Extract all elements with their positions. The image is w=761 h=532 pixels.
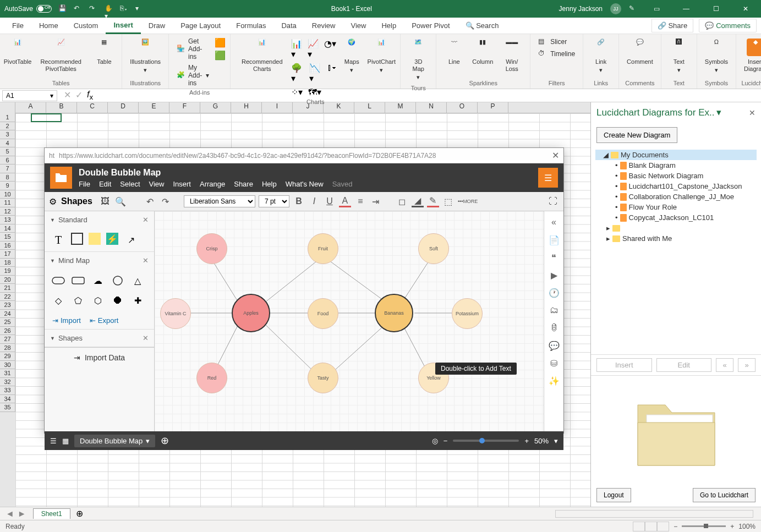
row-header[interactable]: 32 <box>0 378 15 387</box>
list-view-icon[interactable]: ☰ <box>50 437 57 445</box>
scatter-chart-icon[interactable]: ⁘▾ <box>291 87 303 97</box>
row-header[interactable]: 27 <box>0 335 15 344</box>
section-close-icon[interactable]: ✕ <box>143 216 149 224</box>
hierarchy-chart-icon[interactable]: 🌳▾ <box>291 63 304 84</box>
bubble-bananas[interactable]: Bananas <box>375 294 413 332</box>
triangle-shape-icon[interactable]: △ <box>130 273 145 288</box>
column-header[interactable]: E <box>139 102 169 113</box>
zoom-out-icon[interactable]: − <box>444 437 448 445</box>
lucid-menu-whatsnew[interactable]: What's New <box>286 180 324 188</box>
search-button[interactable]: 🔍 Search <box>458 18 507 33</box>
gear-icon[interactable]: ⚙ <box>49 196 57 207</box>
lucid-menu-select[interactable]: Select <box>120 180 140 188</box>
row-header[interactable]: 13 <box>0 216 15 224</box>
sparkline-winloss-button[interactable]: ▬▬Win/ Loss <box>498 36 525 75</box>
page-selector[interactable]: Double Bubble Map ▾ <box>74 435 155 447</box>
zoom-out-button[interactable]: − <box>674 523 677 530</box>
row-header[interactable]: 11 <box>0 199 15 207</box>
symbols-button[interactable]: ΩSymbols▾ <box>702 36 731 76</box>
row-header[interactable]: 35 <box>0 403 15 412</box>
database-icon[interactable]: ⛁ <box>548 357 561 370</box>
timeline-button[interactable]: ⏱Timeline <box>535 48 578 59</box>
row-header[interactable]: 26 <box>0 327 15 336</box>
row-header[interactable]: 18 <box>0 259 15 267</box>
section-mindmap-header[interactable]: ▼Mind Map✕ <box>45 252 154 269</box>
autosave-toggle[interactable]: AutoSave Off <box>4 5 52 13</box>
row-header[interactable]: 34 <box>0 395 15 404</box>
zoom-slider[interactable] <box>682 525 726 527</box>
bubble-soft[interactable]: Soft <box>418 233 449 264</box>
pill-shape-icon[interactable] <box>51 273 65 288</box>
row-header[interactable]: 4 <box>0 139 15 148</box>
diamond-shape-icon[interactable]: ◇ <box>51 293 65 308</box>
pentagon-shape-icon[interactable]: ⬠ <box>71 293 85 308</box>
section-standard-header[interactable]: ▼Standard✕ <box>45 211 154 228</box>
column-header[interactable]: F <box>169 102 200 113</box>
new-sheet-icon[interactable]: ⊕ <box>76 508 83 519</box>
namebox-chevron-icon[interactable]: ▾ <box>50 92 53 100</box>
grid-view-icon[interactable]: ▦ <box>62 437 69 445</box>
sparkline-column-button[interactable]: ▮▮Column <box>469 36 496 68</box>
tree-document-item[interactable]: •Copycat_JJackson_LC101 <box>595 212 757 223</box>
lucid-menu-arrange[interactable]: Arrange <box>200 180 225 188</box>
collapse-icon[interactable]: « <box>548 216 561 229</box>
line-color-icon[interactable]: ✎ <box>427 195 439 207</box>
column-header[interactable]: G <box>200 102 231 113</box>
cloud-shape-icon[interactable]: ☁ <box>91 273 105 288</box>
pivottable-button[interactable]: 📊PivotTable <box>4 36 31 68</box>
create-diagram-button[interactable]: Create New Diagram <box>596 127 677 143</box>
redo-icon[interactable]: ↷ <box>89 4 98 13</box>
recommended-pivottables-button[interactable]: 📈Recommended PivotTables <box>33 36 89 75</box>
tree-document-item[interactable]: •Collaboration Challenge_JJ_Moe <box>595 191 757 202</box>
pie-chart-icon[interactable]: ◔▾ <box>324 39 336 59</box>
people-graph-icon[interactable]: 🟩 <box>215 50 226 61</box>
goto-lucidchart-button[interactable]: Go to Lucidchart <box>693 488 755 502</box>
column-chart-icon[interactable]: 📊▾ <box>291 39 302 59</box>
search-icon[interactable]: 🔍 <box>114 195 127 207</box>
page-layout-view-button[interactable] <box>645 522 657 531</box>
zoom-slider[interactable] <box>453 440 519 442</box>
cross-shape-icon[interactable]: ✚ <box>130 293 145 308</box>
new-sheet-icon[interactable]: ⎘▾ <box>120 4 129 13</box>
add-page-icon[interactable]: ⊕ <box>161 435 169 447</box>
tab-power-pivot[interactable]: Power Pivot <box>404 18 457 33</box>
lucid-menu-edit[interactable]: Edit <box>99 180 111 188</box>
column-header[interactable]: K <box>324 102 354 113</box>
panel-dropdown-icon[interactable]: ▾ <box>716 107 721 118</box>
row-header[interactable]: 22 <box>0 293 15 301</box>
enter-formula-icon[interactable]: ✓ <box>75 90 83 101</box>
page-break-view-button[interactable] <box>657 522 669 531</box>
share-button[interactable]: 🔗 Share <box>651 19 693 32</box>
insert-diagram-button[interactable]: ◆Insert Diagram <box>741 36 761 75</box>
select-all-cell[interactable] <box>0 102 15 113</box>
lucid-menu-share[interactable]: Share <box>234 180 253 188</box>
pivotchart-button[interactable]: 📊PivotChart▾ <box>367 36 396 76</box>
sheet-nav-next-icon[interactable]: ► <box>18 509 26 519</box>
redo-icon[interactable]: ↷ <box>160 195 172 207</box>
tab-page-layout[interactable]: Page Layout <box>173 18 228 33</box>
text-color-icon[interactable]: A <box>339 195 351 207</box>
section-close-icon[interactable]: ✕ <box>143 256 149 265</box>
column-header[interactable]: P <box>478 102 508 113</box>
close-icon[interactable]: ✕ <box>735 0 757 18</box>
row-header[interactable]: 9 <box>0 182 15 190</box>
lucid-folder-icon[interactable] <box>50 167 72 189</box>
tab-home[interactable]: Home <box>31 18 66 33</box>
bold-icon[interactable]: B <box>293 195 305 207</box>
font-select[interactable]: Liberation Sans <box>184 195 255 207</box>
tree-document-item[interactable]: •Flow Your Role <box>595 202 757 212</box>
map-chart-icon[interactable]: 🗺▾ <box>308 87 321 97</box>
table-button[interactable]: ▦Table <box>91 36 117 68</box>
draw-mode-icon[interactable]: ✎ <box>629 4 638 13</box>
undo-icon[interactable]: ↶ <box>74 4 83 13</box>
fill-color-icon[interactable]: ◢ <box>412 195 424 207</box>
row-header[interactable]: 17 <box>0 250 15 259</box>
layers-icon[interactable]: 🗂 <box>548 304 561 317</box>
row-header[interactable]: 6 <box>0 156 15 165</box>
image-icon[interactable]: 🖼 <box>99 195 111 207</box>
sheet-tab-sheet1[interactable]: Sheet1 <box>33 508 70 519</box>
zoom-in-icon[interactable]: + <box>524 437 529 445</box>
lucid-menu-help[interactable]: Help <box>262 180 277 188</box>
row-header[interactable]: 20 <box>0 276 15 284</box>
insert-action-button[interactable]: Insert <box>596 358 652 372</box>
